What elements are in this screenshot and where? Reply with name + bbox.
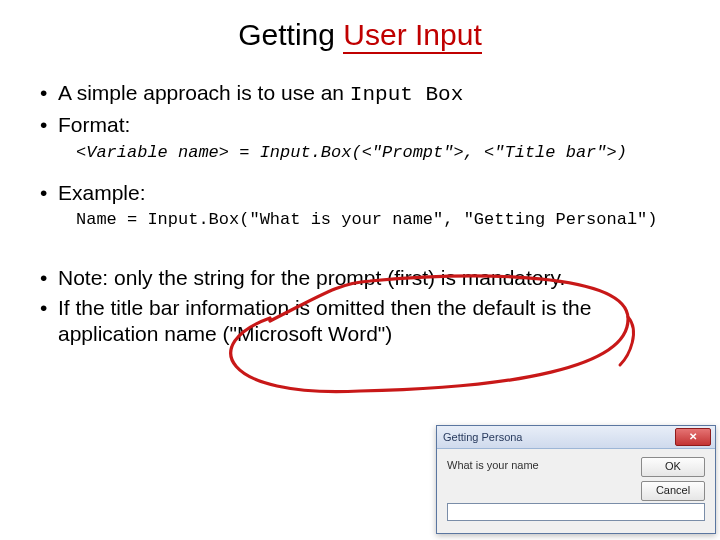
bullet-1: A simple approach is to use an Input Box <box>40 80 680 108</box>
bullet-4: Note: only the string for the prompt (fi… <box>40 265 680 291</box>
bullet-2: Format: <box>40 112 680 138</box>
format-code: <Variable name> = Input.Box(<"Prompt">, … <box>76 143 680 162</box>
bullet-3: Example: <box>40 180 680 206</box>
close-icon: ✕ <box>689 432 697 442</box>
dialog-titlebar: Getting Persona ✕ <box>437 426 715 449</box>
ok-button[interactable]: OK <box>641 457 705 477</box>
close-button[interactable]: ✕ <box>675 428 711 446</box>
example-code: Name = Input.Box("What is your name", "G… <box>76 210 680 229</box>
inputbox-dialog: Getting Persona ✕ What is your name OK C… <box>436 425 716 534</box>
cancel-button[interactable]: Cancel <box>641 481 705 501</box>
dialog-title: Getting Persona <box>443 431 523 443</box>
bullet-5: If the title bar information is omitted … <box>40 295 680 348</box>
dialog-input[interactable] <box>447 503 705 521</box>
title-accent: User Input <box>343 18 481 54</box>
title-plain: Getting <box>238 18 343 51</box>
slide-title: Getting User Input <box>40 18 680 52</box>
